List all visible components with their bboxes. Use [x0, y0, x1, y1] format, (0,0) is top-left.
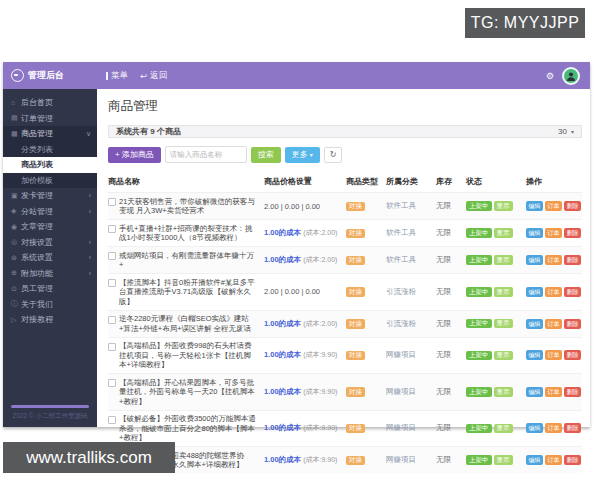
status-badge-visible[interactable]: 显示: [494, 319, 513, 329]
status-badge-onsale[interactable]: 上架中: [466, 201, 492, 211]
order-button[interactable]: 订单: [545, 228, 562, 238]
row-checkbox[interactable]: [108, 198, 116, 206]
product-name[interactable]: 逆冬2280元课程《白帽SEO实战》建站+算法+外链+布局+误区讲解 全程无废话: [119, 314, 258, 333]
link-icon: ◎: [11, 238, 21, 246]
addon-icon: ⊕: [11, 269, 21, 277]
product-name[interactable]: 戒烟网站项目，有刚需流量群体年赚十万+: [119, 251, 258, 270]
menu-link[interactable]: 菜单: [106, 70, 128, 82]
page-size-select[interactable]: 30 ▾: [558, 127, 574, 136]
status-badge-onsale[interactable]: 上架中: [466, 351, 492, 361]
order-button[interactable]: 订单: [545, 255, 562, 265]
user-avatar[interactable]: [562, 67, 580, 85]
edit-button[interactable]: 编辑: [526, 350, 543, 360]
sidebar-item-label: 对接设置: [21, 237, 89, 248]
sidebar-item-product-list[interactable]: 商品列表: [3, 157, 97, 173]
sidebar-item-products[interactable]: ▦ 商品管理 ∨: [3, 126, 97, 142]
row-checkbox[interactable]: [108, 279, 116, 287]
delete-button[interactable]: 删除: [564, 287, 581, 297]
sidebar-item-articles[interactable]: ◉ 文章管理: [3, 219, 97, 235]
order-button[interactable]: 订单: [545, 350, 562, 360]
sidebar-item-tutorial[interactable]: ▷ 对接教程: [3, 312, 97, 328]
search-button[interactable]: 搜索: [251, 147, 281, 163]
product-name[interactable]: 【推流脚本】抖音0粉开播软件#某旦多平台直播推流助手V3.71高级版【破解永久版…: [119, 278, 258, 307]
watermark-website: www.tralliks.com: [3, 442, 175, 473]
edit-button[interactable]: 编辑: [526, 287, 543, 297]
status-badge-onsale[interactable]: 上架中: [466, 455, 492, 465]
row-checkbox[interactable]: [108, 316, 116, 324]
status-badge-visible[interactable]: 显示: [494, 455, 513, 465]
delete-button[interactable]: 删除: [564, 350, 581, 360]
sidebar-item-home[interactable]: ⌂ 后台首页: [3, 95, 97, 111]
product-name[interactable]: 21天获客销售营，带你破解微信的获客与变现 月入3W+卖货经营术: [119, 197, 258, 216]
product-name[interactable]: 手机+直播+社群+招商课的裂变技术：挑战1小时裂变1000人（8节视频教程）: [119, 224, 258, 243]
add-product-button[interactable]: + 添加商品: [108, 147, 161, 163]
sidebar-item-staff[interactable]: ⊙ 员工管理: [3, 281, 97, 297]
row-checkbox[interactable]: [108, 225, 116, 233]
more-button[interactable]: 更多 ▾: [285, 147, 320, 163]
delete-button[interactable]: 删除: [564, 387, 581, 397]
status-badge-visible[interactable]: 显示: [494, 228, 513, 238]
row-checkbox[interactable]: [108, 343, 116, 351]
type-badge: 对接: [346, 287, 365, 297]
status-badge-onsale[interactable]: 上架中: [466, 319, 492, 329]
chevron-left-icon: ‹: [89, 239, 91, 246]
order-button[interactable]: 订单: [545, 287, 562, 297]
edit-button[interactable]: 编辑: [526, 319, 543, 329]
refresh-button[interactable]: ↻: [324, 147, 343, 163]
status-badge-onsale[interactable]: 上架中: [466, 387, 492, 397]
edit-button[interactable]: 编辑: [526, 423, 543, 433]
search-input[interactable]: [165, 146, 247, 163]
delete-button[interactable]: 删除: [564, 423, 581, 433]
sidebar-item-category-list[interactable]: 分类列表: [3, 142, 97, 158]
row-checkbox[interactable]: [108, 416, 116, 424]
status-badge-visible[interactable]: 显示: [494, 287, 513, 297]
sidebar-item-markup-template[interactable]: 加价模板: [3, 173, 97, 189]
status-badge-onsale[interactable]: 上架中: [466, 287, 492, 297]
brand[interactable]: 管理后台: [3, 69, 94, 82]
back-arrow-icon: ↩: [140, 71, 147, 81]
delete-button[interactable]: 删除: [564, 255, 581, 265]
order-button[interactable]: 订单: [545, 319, 562, 329]
product-name[interactable]: 【高端精品】开心桔果园脚本，可多号批量挂机，外面号称单号一天20【挂机脚本+教程…: [119, 378, 258, 407]
status-badge-visible[interactable]: 显示: [494, 351, 513, 361]
sidebar-item-integration-settings[interactable]: ◎ 对接设置 ‹: [3, 235, 97, 251]
edit-button[interactable]: 编辑: [526, 455, 543, 465]
edit-button[interactable]: 编辑: [526, 387, 543, 397]
stock: 无限: [436, 319, 464, 329]
order-button[interactable]: 订单: [545, 387, 562, 397]
wrench-icon[interactable]: ⚙: [546, 71, 554, 81]
sidebar-item-orders[interactable]: ▤ 订单管理: [3, 111, 97, 127]
product-name[interactable]: 【高端精品】外面收费998的石头村话费挂机项目，号称一天轻松1张卡【挂机脚本+详…: [119, 341, 258, 370]
delete-button[interactable]: 删除: [564, 455, 581, 465]
sidebar-item-card-manage[interactable]: ▣ 发卡管理 ‹: [3, 188, 97, 204]
price-value: 1.00的成本: [264, 319, 301, 328]
order-button[interactable]: 订单: [545, 455, 562, 465]
delete-button[interactable]: 删除: [564, 201, 581, 211]
edit-button[interactable]: 编辑: [526, 255, 543, 265]
delete-button[interactable]: 删除: [564, 319, 581, 329]
type-badge: 对接: [346, 351, 365, 361]
sidebar-item-addons[interactable]: ⊕ 附加功能 ‹: [3, 266, 97, 282]
status-badge-visible[interactable]: 显示: [494, 424, 513, 434]
status-badge-onsale[interactable]: 上架中: [466, 228, 492, 238]
status-badge-visible[interactable]: 显示: [494, 201, 513, 211]
sidebar-item-system-settings[interactable]: ⊛ 系统设置 ‹: [3, 250, 97, 266]
stock: 无限: [436, 350, 464, 360]
back-link[interactable]: ↩ 返回: [140, 70, 167, 82]
edit-button[interactable]: 编辑: [526, 201, 543, 211]
order-button[interactable]: 订单: [545, 423, 562, 433]
delete-button[interactable]: 删除: [564, 228, 581, 238]
status-badge-visible[interactable]: 显示: [494, 255, 513, 265]
status-badge-visible[interactable]: 显示: [494, 387, 513, 397]
sidebar-item-about[interactable]: ⓘ 关于我们: [3, 297, 97, 313]
sidebar-item-substation[interactable]: ◈ 分站管理 ‹: [3, 204, 97, 220]
edit-button[interactable]: 编辑: [526, 228, 543, 238]
row-checkbox[interactable]: [108, 379, 116, 387]
row-checkbox[interactable]: [108, 252, 116, 260]
status-badge-onsale[interactable]: 上架中: [466, 424, 492, 434]
product-name[interactable]: 【破解必备】外面收费3500的万能脚本通杀器，能破市面上百分之80的脚本【脚本+…: [119, 414, 258, 443]
price-cost: (成本:2.00): [303, 229, 337, 236]
table-row: 逆冬2280元课程《白帽SEO实战》建站+算法+外链+布局+误区讲解 全程无废话…: [108, 310, 582, 337]
order-button[interactable]: 订单: [545, 201, 562, 211]
status-badge-onsale[interactable]: 上架中: [466, 255, 492, 265]
